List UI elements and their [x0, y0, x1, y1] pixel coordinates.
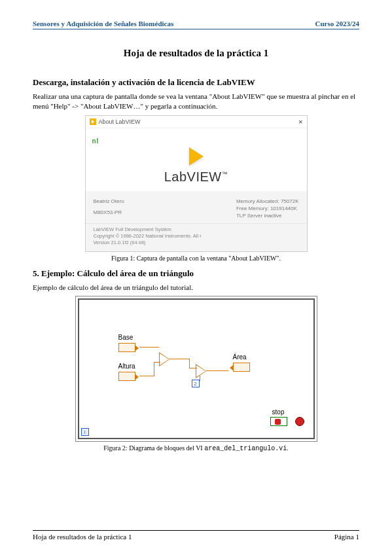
figure1-caption: Figura 1: Captura de pantalla con la ven…	[33, 255, 359, 262]
play-icon	[189, 147, 204, 166]
mem-free: Free Memory: 10191440K	[236, 205, 299, 212]
about-title-text: About LabVIEW	[99, 118, 141, 125]
constant-2: 2	[192, 380, 200, 387]
about-mem-col: Memory Allocated: 75072K Free Memory: 10…	[236, 198, 299, 220]
about-line3: Version 21.0.1f2 (64-bit)	[94, 240, 299, 246]
section1-body: Realizar una una captura de pantalla don…	[33, 92, 359, 111]
about-line2: Copyright © 1986-2022 National Instrumen…	[94, 233, 299, 240]
about-logo-area: nI LabVIEW™	[86, 128, 307, 191]
base-label: Base	[118, 334, 134, 341]
tlp-status: TLP Server inactive	[236, 212, 299, 219]
altura-label: Altura	[118, 363, 135, 370]
footer-left: Hoja de resultados de la práctica 1	[33, 533, 132, 541]
divide-node	[196, 365, 205, 377]
figure2-filename: area_del_triangulo.vi	[204, 445, 287, 452]
about-user: Beatriz Otero	[94, 198, 124, 205]
page-header: Sensores y Adquisición de Señales Bioméd…	[33, 20, 359, 29]
figure2-caption-c: .	[287, 444, 289, 452]
area-indicator	[233, 363, 250, 372]
stop-control	[270, 417, 287, 426]
mem-allocated: Memory Allocated: 75072K	[236, 198, 299, 205]
block-diagram-screenshot: Base Altura 2 Área i stop	[75, 296, 317, 442]
section2-body: Ejemplo de cálculo del área de un triáng…	[33, 283, 359, 293]
figure2-caption: Figura 2: Diagrama de bloques del VI are…	[33, 444, 359, 452]
product-name: LabVIEW	[164, 170, 222, 184]
multiply-node	[160, 353, 169, 365]
section1-heading: Descarga, instalación y activación de la…	[33, 77, 359, 88]
footer-right: Página 1	[334, 533, 359, 541]
main-title: Hoja de resultados de la práctica 1	[33, 48, 359, 59]
base-control	[118, 343, 135, 352]
about-titlebar: About LabVIEW ×	[86, 116, 307, 128]
about-user-col: Beatriz Otero M80X53-PR	[94, 198, 124, 220]
header-left: Sensores y Adquisición de Señales Bioméd…	[33, 20, 173, 27]
section2-heading: 5. Ejemplo: Cálculo del área de un trián…	[33, 268, 359, 279]
about-machine: M80X53-PR	[94, 209, 124, 216]
ni-logo: nI	[86, 137, 307, 145]
loop-condition-terminal	[295, 417, 304, 426]
close-icon: ×	[298, 118, 302, 126]
labview-wordmark: LabVIEW™	[86, 170, 307, 185]
about-info-row: Beatriz Otero M80X53-PR Memory Allocated…	[86, 191, 307, 224]
labview-arrow-icon	[90, 118, 96, 125]
page-footer: Hoja de resultados de la práctica 1 Pági…	[33, 530, 359, 541]
loop-iteration-terminal: i	[81, 428, 89, 436]
while-loop: Base Altura 2 Área i stop	[78, 298, 315, 439]
altura-control	[118, 372, 135, 381]
about-line1: LabVIEW Full Development System	[94, 226, 299, 233]
figure2-caption-a: Figura 2: Diagrama de bloques del VI	[103, 444, 204, 452]
about-labview-screenshot: About LabVIEW × nI LabVIEW™ Beatriz Oter…	[85, 115, 308, 252]
trademark: ™	[222, 171, 228, 177]
stop-label: stop	[272, 408, 285, 416]
header-right: Curso 2023/24	[315, 20, 359, 27]
about-footer: LabVIEW Full Development System Copyrigh…	[86, 223, 307, 251]
area-label: Área	[233, 353, 247, 361]
